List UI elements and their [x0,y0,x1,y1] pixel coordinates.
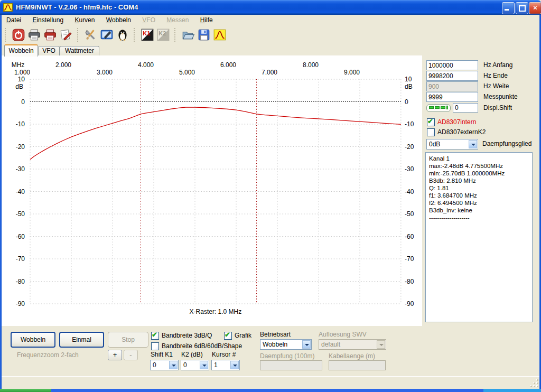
displ-shift-input[interactable] [453,103,478,113]
curve-window-button[interactable] [212,27,228,43]
settings-tools-button[interactable] [83,27,99,43]
svg-text:5.000: 5.000 [179,69,195,76]
toolbar-handle[interactable] [5,28,8,42]
bandbreite-6db-checkbox[interactable] [151,342,159,350]
displ-shift-slider[interactable] [426,104,451,112]
k1-button[interactable]: K1 [139,27,155,43]
svg-text:-30: -30 [405,165,414,173]
curve-window-icon [213,28,227,42]
bandbreite-3db-label: Bandbreite 3dB/Q [162,332,212,339]
tab-wattmeter[interactable]: Wattmeter [60,46,99,56]
close-button[interactable]: × [529,2,541,14]
kabellaenge-label: Kabellaenge (m) [329,352,375,360]
aufloesung-swv-select[interactable]: default [319,339,386,350]
start-button[interactable] [0,389,51,392]
svg-text:K1: K1 [143,30,150,36]
tab-bar: Wobbeln VFO Wattmeter [2,44,539,55]
open-file-button[interactable] [180,27,196,43]
svg-text:-60: -60 [405,233,414,240]
zoom-minus-button[interactable]: - [124,350,138,360]
info-line: B3db_inv: keine [429,207,529,214]
hz-ende-input[interactable] [426,71,478,81]
svg-text:-30: -30 [16,165,25,173]
bandbreite-3db-checkbox[interactable] [151,332,159,340]
svg-text:9.000: 9.000 [344,69,360,76]
chevron-down-icon [200,361,208,369]
wobbeln-button[interactable]: Wobbeln [11,332,55,348]
svg-text:2.000: 2.000 [55,61,71,69]
svg-text:K2: K2 [158,30,166,36]
taskbar [0,389,541,392]
sweep-chart-panel: MHz1.0002.0003.0004.0005.0006.0007.0008.… [2,55,422,326]
messpunkte-input[interactable] [426,92,478,102]
kursor-select[interactable]: 1 [211,360,240,370]
aufloesung-swv-label: Aufloesung SWV [319,331,367,338]
displ-shift-label: Displ.Shift [483,103,512,113]
chevron-down-icon [169,361,178,369]
info-line: Q: 1.81 [429,184,529,192]
hz-ende-label: Hz Ende [483,71,508,81]
menu-hilfe[interactable]: Hilfe [195,15,218,25]
toolbar-handle[interactable] [174,28,178,42]
stop-button[interactable]: Stop [108,332,148,348]
svg-text:1.000: 1.000 [14,69,30,76]
power-button[interactable] [11,27,26,43]
k2-db-select[interactable]: 0 [181,360,209,370]
svg-text:-20: -20 [16,143,25,151]
svg-text:4.000: 4.000 [138,61,154,69]
menu-einstellung[interactable]: Einstellung [27,15,68,25]
svg-text:6.000: 6.000 [220,61,236,69]
menu-messen[interactable]: Messen [162,15,193,25]
chevron-down-icon [302,340,311,349]
k2-db-label: K2 (dB) [181,351,203,358]
info-line: f2: 6.494500 MHz [429,199,529,207]
sweep-chart-canvas[interactable]: MHz1.0002.0003.0004.0005.0006.0007.0008.… [2,55,422,326]
printer-icon [27,28,41,42]
k1-icon: K1 [141,28,154,42]
daempfung-label: Daempfung (100m) [260,352,314,360]
edit-protocol-button[interactable] [58,27,74,43]
svg-text:-90: -90 [16,300,25,307]
betriebsart-label: Betriebsart [260,331,291,338]
einmal-button[interactable]: Einmal [59,332,104,348]
ad8307externk2-checkbox[interactable] [427,128,435,136]
ad8307intern-checkbox[interactable] [427,118,435,126]
svg-text:10: 10 [18,76,25,83]
screen-edit-button[interactable] [99,27,115,43]
svg-text:-80: -80 [16,278,25,285]
menu-wobbeln[interactable]: Wobbeln [101,15,136,25]
kabellaenge-input[interactable] [329,360,386,370]
hz-weite-label: Hz Weite [483,81,509,91]
info-line: -------------------- [429,214,529,221]
maximize-button[interactable] [516,2,528,14]
resize-grip[interactable] [530,379,539,388]
print-button[interactable] [26,27,42,43]
minimize-button[interactable] [502,2,515,14]
open-folder-icon [181,28,195,42]
hz-weite-input[interactable] [426,81,478,91]
tab-vfo[interactable]: VFO [38,46,60,56]
k2-icon: K2 [156,28,170,42]
grafik-checkbox[interactable] [224,332,232,340]
k2-button[interactable]: K2 [155,27,171,43]
measurement-info-box: Kanal 1 max:-2.48dB 4.775500MHz min:-25.… [425,152,533,322]
toolbar-handle[interactable] [134,28,137,42]
edit-protocol-icon [59,28,73,42]
save-file-button[interactable] [196,27,212,43]
betriebsart-select[interactable]: Wobbeln [260,339,312,350]
power-icon [12,28,25,42]
shift-k1-select[interactable]: 0 [150,360,179,370]
daempfung-input[interactable] [260,360,322,370]
svg-text:0: 0 [405,98,408,106]
daempfungsglied-select[interactable]: 0dB [426,139,478,150]
menu-datei[interactable]: Datei [2,15,26,25]
toolbar-handle[interactable] [77,28,80,42]
tab-wobbeln[interactable]: Wobbeln [4,44,38,57]
linux-penguin-button[interactable] [115,27,130,43]
menu-kurven[interactable]: Kurven [70,15,99,25]
hz-anfang-input[interactable] [426,60,478,70]
zoom-plus-button[interactable]: + [108,350,122,360]
print-color-button[interactable] [42,27,58,43]
menu-vfo[interactable]: VFO [137,15,160,25]
kursor-label: Kursor # [212,351,236,358]
